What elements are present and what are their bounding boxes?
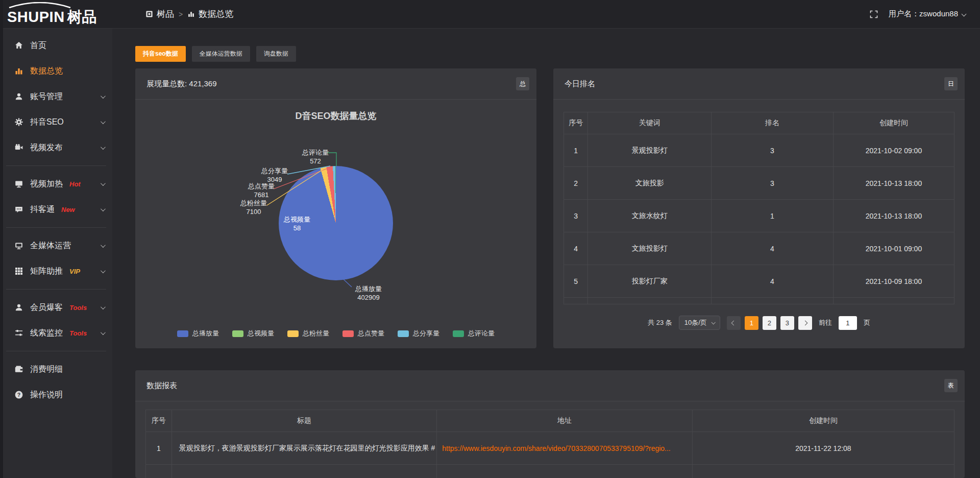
legend-swatch (287, 330, 299, 337)
legend-item-likes[interactable]: 总点赞量 (342, 329, 384, 338)
sidebar-item-label: 线索监控 (30, 328, 63, 339)
sidebar-item-matrix-boost[interactable]: 矩阵助推 VIP (0, 258, 112, 284)
tab-inquiry-data[interactable]: 询盘数据 (256, 46, 296, 62)
breadcrumb-home-label: 树品 (157, 8, 174, 20)
sidebar-item-video-publish[interactable]: 视频发布 (0, 135, 112, 160)
app-square-icon (145, 10, 153, 18)
sidebar-item-label: 账号管理 (30, 91, 63, 102)
table-badge-button[interactable]: 表 (944, 379, 958, 392)
chevron-down-icon (101, 206, 106, 211)
pie-leader-lines (135, 100, 536, 348)
sidebar-item-douyin-seo[interactable]: 抖音SEO (0, 109, 112, 135)
breadcrumb-home[interactable]: 树品 (145, 8, 174, 20)
sidebar-divider (6, 165, 106, 166)
chevron-down-icon (101, 93, 106, 99)
page-button-3[interactable]: 3 (780, 316, 794, 330)
sidebar-item-account-management[interactable]: 账号管理 (0, 84, 112, 109)
legend-item-plays[interactable]: 总播放量 (177, 329, 219, 338)
col-title: 标题 (172, 410, 437, 432)
sidebar-item-data-overview[interactable]: 数据总览 (0, 58, 112, 84)
chevron-down-icon (101, 243, 106, 248)
sidebar-item-label: 操作说明 (30, 390, 63, 400)
display-icon (14, 179, 23, 188)
fullscreen-icon[interactable] (869, 10, 878, 19)
pie-label-fans: 总粉丝量 7100 (240, 199, 267, 216)
sidebar-item-label: 首页 (30, 40, 46, 51)
sidebar-item-media-operation[interactable]: 全媒体运营 (0, 233, 112, 258)
sidebar-item-label: 视频加热 (30, 179, 63, 189)
breadcrumb-current[interactable]: 数据总览 (187, 8, 233, 20)
chevron-left-icon (731, 320, 736, 325)
username-label: 用户名：zswodun88 (889, 9, 958, 19)
col-rank: 排名 (712, 112, 834, 134)
tab-media-operation-data[interactable]: 全媒体运营数据 (192, 46, 250, 62)
pie-label-likes: 总点赞量 7681 (248, 182, 275, 199)
breadcrumb-separator: > (179, 10, 183, 18)
sidebar-item-label: 视频发布 (30, 142, 63, 153)
legend-item-comments[interactable]: 总评论量 (453, 329, 495, 338)
page-button-1[interactable]: 1 (745, 316, 758, 330)
page-button-2[interactable]: 2 (763, 316, 776, 330)
chevron-down-icon (101, 268, 106, 273)
total-badge-button[interactable]: 总 (516, 77, 529, 90)
svg-text:?: ? (17, 392, 20, 398)
report-panel-title: 数据报表 (146, 381, 177, 391)
sidebar-item-video-heating[interactable]: 视频加热 Hot (0, 171, 112, 197)
next-page-button[interactable] (798, 316, 812, 330)
legend-swatch (453, 330, 464, 337)
page-unit-label: 页 (864, 318, 870, 327)
col-created: 创建时间 (692, 410, 954, 432)
tab-douyin-seo-data[interactable]: 抖音seo数据 (135, 46, 186, 62)
legend-item-shares[interactable]: 总分享量 (398, 329, 439, 338)
logo-text: SHUPIN树品 (7, 7, 97, 28)
sidebar-item-label: 数据总览 (30, 66, 63, 77)
gear-icon (14, 117, 23, 127)
report-table-area: 序号 标题 地址 创建时间 1 景观投影灯，夜游景观投影灯厂家展示展示落花灯在花… (135, 401, 965, 478)
new-badge: New (61, 206, 75, 213)
goto-label: 前往 (819, 318, 832, 327)
sidebar-item-consumption-detail[interactable]: 消费明细 (0, 356, 112, 382)
table-row: 1 景观投影灯，夜游景观投影灯厂家展示展示落花灯在花园里的灯光投影应用效果 # … (146, 432, 954, 465)
ranking-table: 序号 关键词 排名 创建时间 1 景观投影灯 3 2021-10-02 09:0… (564, 112, 954, 304)
sidebar-item-instructions[interactable]: ? 操作说明 (0, 382, 112, 408)
legend-item-videos[interactable]: 总视频量 (232, 329, 274, 338)
goto-page-input[interactable] (839, 316, 857, 330)
chevron-down-icon (711, 320, 715, 324)
pagination: 共 23 条 10条/页 1 2 3 前往 页 (564, 316, 954, 330)
video-link[interactable]: https://www.iesdouyin.com/share/video/70… (442, 444, 671, 452)
grid-icon (14, 267, 23, 276)
today-ranking-panel: 今日排名 日 序号 关键词 排名 创建时间 (553, 68, 965, 348)
pie-label-plays: 总播放量 402909 (355, 284, 382, 302)
legend-item-fans[interactable]: 总粉丝量 (287, 329, 329, 338)
ranking-panel-title: 今日排名 (565, 79, 595, 89)
sidebar-item-member-booster[interactable]: 会员爆客 Tools (0, 295, 112, 320)
chevron-down-icon (101, 304, 106, 309)
user-icon (14, 92, 23, 101)
sidebar-item-leads-monitor[interactable]: 线索监控 Tools (0, 320, 112, 346)
logo[interactable]: SHUPIN树品 (0, 0, 112, 29)
col-keyword: 关键词 (588, 112, 712, 134)
day-badge-button[interactable]: 日 (944, 77, 958, 90)
user-menu[interactable]: 用户名：zswodun88 (889, 9, 966, 19)
table-row: 5 投影灯厂家 4 2021-10-09 18:00 (564, 265, 954, 298)
pie-chart-area: D音SEO数据量总览 总评论量 572 总分享量 3049 (135, 100, 536, 348)
col-index: 序号 (564, 112, 588, 134)
col-index: 序号 (146, 410, 172, 432)
sidebar-item-home[interactable]: 首页 (0, 33, 112, 58)
col-url: 地址 (437, 410, 693, 432)
sidebar-item-douketong[interactable]: 抖客通 New (0, 197, 112, 222)
sidebar-divider (6, 351, 106, 351)
prev-page-button[interactable] (727, 316, 741, 330)
table-header-row: 序号 标题 地址 创建时间 (146, 410, 954, 432)
table-row: 4 文旅投影灯 4 2021-10-01 09:00 (564, 232, 954, 265)
sidebar-divider (6, 289, 106, 290)
chevron-down-icon (101, 145, 106, 150)
sidebar-item-label: 抖客通 (30, 204, 55, 215)
sidebar-item-label: 矩阵助推 (30, 266, 63, 277)
home-icon (14, 41, 23, 50)
sidebar-item-label: 全媒体运营 (30, 241, 71, 251)
page-size-select[interactable]: 10条/页 (679, 316, 720, 330)
table-row: 1 景观投影灯 3 2021-10-02 09:00 (564, 134, 954, 167)
report-table: 序号 标题 地址 创建时间 1 景观投影灯，夜游景观投影灯厂家展示展示落花灯在花… (145, 410, 954, 478)
ranking-panel-header: 今日排名 日 (553, 68, 965, 100)
